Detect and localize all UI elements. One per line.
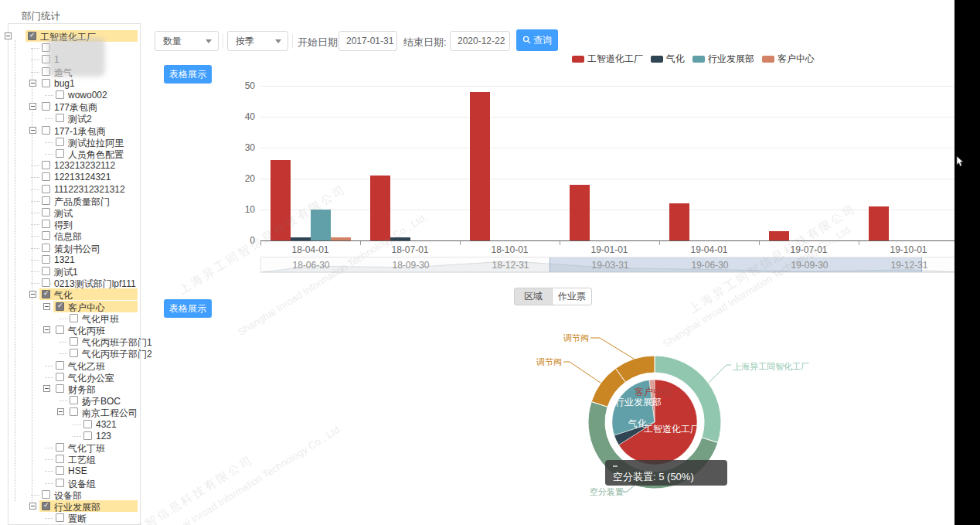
tree-checkbox[interactable] bbox=[28, 32, 36, 40]
tree-checkbox[interactable] bbox=[56, 466, 64, 475]
metric-select[interactable]: 数量 bbox=[155, 31, 219, 51]
tree-checkbox[interactable] bbox=[56, 373, 64, 381]
tree-checkbox[interactable] bbox=[42, 231, 50, 240]
tree-checkbox[interactable] bbox=[42, 196, 50, 205]
tree-checkbox[interactable] bbox=[70, 396, 78, 404]
tree-row[interactable]: 测试 bbox=[0, 206, 980, 218]
legend-item[interactable]: 工智道化工厂 bbox=[572, 53, 643, 66]
tree-checkbox[interactable] bbox=[42, 79, 50, 87]
tree-node-label[interactable]: 123213232112 bbox=[54, 160, 115, 171]
toggle-region-button[interactable]: 区域 bbox=[514, 288, 553, 305]
tree-checkbox[interactable] bbox=[42, 185, 50, 193]
gridline bbox=[260, 86, 958, 87]
tree-row[interactable]: 气化 bbox=[0, 288, 980, 300]
tree-checkbox[interactable] bbox=[42, 244, 50, 252]
tree-node-label[interactable]: 123 bbox=[96, 431, 111, 441]
tree-row[interactable]: 177承包商 bbox=[0, 101, 980, 112]
tree-checkbox[interactable] bbox=[56, 302, 64, 311]
tree-checkbox[interactable] bbox=[42, 267, 50, 275]
tree-checkbox[interactable] bbox=[42, 255, 50, 264]
tree-row[interactable]: 12213124321 bbox=[0, 171, 980, 182]
tree-checkbox[interactable] bbox=[70, 337, 78, 346]
tree-checkbox[interactable] bbox=[56, 149, 64, 158]
period-select[interactable]: 按季 bbox=[227, 31, 288, 51]
legend-item[interactable]: 气化 bbox=[651, 53, 685, 66]
tree-checkbox[interactable] bbox=[56, 114, 64, 122]
tree-row[interactable]: wowo002 bbox=[0, 89, 980, 101]
tree-expander-icon[interactable] bbox=[29, 291, 36, 298]
tree-checkbox[interactable] bbox=[56, 384, 64, 393]
tree-row[interactable]: 123213232112 bbox=[0, 159, 980, 171]
tree-node-label[interactable]: 4321 bbox=[96, 419, 117, 430]
tree-checkbox[interactable] bbox=[56, 90, 64, 99]
tree-row[interactable]: 11122312321312 bbox=[0, 183, 980, 195]
tree-connector-stub bbox=[31, 165, 39, 166]
tree-row[interactable]: 人员角色配置 bbox=[0, 148, 980, 159]
tree-row[interactable]: bug1 bbox=[0, 77, 980, 89]
tree-checkbox[interactable] bbox=[83, 420, 92, 428]
table-display-button-bottom[interactable]: 表格展示 bbox=[164, 299, 212, 318]
tree-expander-icon[interactable] bbox=[29, 103, 36, 110]
tree-checkbox[interactable] bbox=[42, 161, 50, 169]
datazoom-slider[interactable]: 18-06-3018-09-3018-12-3119-03-3119-06-30… bbox=[260, 257, 958, 273]
tree-expander-icon[interactable] bbox=[29, 127, 36, 134]
tree-checkbox[interactable] bbox=[42, 490, 50, 499]
axis-tick bbox=[859, 241, 859, 245]
table-display-button-top[interactable]: 表格展示 bbox=[164, 65, 212, 84]
legend-swatch bbox=[692, 56, 705, 63]
tree-checkbox[interactable] bbox=[70, 314, 78, 322]
tree-row[interactable]: 测试2 bbox=[0, 112, 980, 124]
tree-node-label[interactable]: 12213124321 bbox=[54, 172, 111, 182]
tree-checkbox[interactable] bbox=[42, 102, 50, 111]
tree-node-label[interactable]: 1321 bbox=[54, 254, 75, 265]
tree-expander-icon[interactable] bbox=[29, 80, 36, 87]
tree-node-label[interactable]: bug1 bbox=[54, 78, 75, 89]
tree-checkbox[interactable] bbox=[42, 278, 50, 287]
tree-checkbox[interactable] bbox=[70, 349, 78, 357]
tree-row[interactable]: 造气 bbox=[0, 66, 980, 77]
tree-node-label[interactable]: HSE bbox=[68, 465, 87, 476]
tree-connector-stub bbox=[45, 118, 53, 119]
tree-node-label[interactable]: wowo002 bbox=[68, 90, 107, 101]
tree-checkbox[interactable] bbox=[56, 513, 64, 522]
tree-checkbox[interactable] bbox=[42, 172, 50, 181]
tree-checkbox[interactable] bbox=[83, 431, 92, 440]
tree-expander-icon[interactable] bbox=[57, 408, 64, 415]
tree-node-label[interactable]: 置断 bbox=[68, 513, 87, 525]
toggle-workticket-button[interactable]: 作业票 bbox=[552, 288, 592, 305]
query-button[interactable]: 查询 bbox=[516, 29, 558, 51]
tree-expander-icon[interactable] bbox=[5, 32, 12, 39]
tree-checkbox[interactable] bbox=[56, 326, 64, 334]
axis-tick bbox=[460, 241, 461, 245]
end-date-input[interactable] bbox=[450, 31, 510, 51]
query-button-label: 查询 bbox=[533, 35, 552, 46]
tree-checkbox[interactable] bbox=[56, 455, 64, 463]
tree-row[interactable]: 测试拉拉阿里 bbox=[0, 136, 980, 148]
legend-item[interactable]: 客户中心 bbox=[762, 53, 815, 66]
tree-node-label[interactable]: 11122312321312 bbox=[54, 184, 125, 195]
tree-row[interactable]: 0213测试部门lpf111 bbox=[0, 277, 980, 288]
pie-inner-label: 行业发展部 bbox=[615, 397, 662, 407]
tree-connector-stub bbox=[31, 213, 39, 213]
tree-checkbox[interactable] bbox=[42, 290, 50, 298]
tree-row[interactable]: 得到 bbox=[0, 218, 980, 230]
tree-checkbox[interactable] bbox=[42, 220, 50, 228]
tree-checkbox[interactable] bbox=[42, 502, 50, 510]
legend-item[interactable]: 行业发展部 bbox=[692, 53, 754, 66]
tree-expander-icon[interactable] bbox=[43, 385, 50, 392]
start-date-input[interactable] bbox=[339, 31, 397, 51]
tree-checkbox[interactable] bbox=[56, 479, 64, 487]
tree-checkbox[interactable] bbox=[70, 407, 78, 416]
tree-checkbox[interactable] bbox=[56, 138, 64, 146]
tree-row[interactable]: 177-1承包商 bbox=[0, 124, 980, 136]
tree-checkbox[interactable] bbox=[56, 361, 64, 370]
tree-checkbox[interactable] bbox=[42, 208, 50, 216]
tree-expander-icon[interactable] bbox=[29, 503, 36, 510]
tree-expander-icon[interactable] bbox=[43, 303, 50, 310]
tree-checkbox[interactable] bbox=[42, 126, 50, 135]
tree-expander-icon[interactable] bbox=[43, 326, 50, 333]
tree-checkbox[interactable] bbox=[56, 443, 64, 452]
tree-row[interactable]: 客户中心 bbox=[0, 301, 980, 312]
tree-row[interactable]: 产品质量部门 bbox=[0, 195, 980, 206]
tree-row[interactable]: 1 bbox=[0, 53, 980, 65]
